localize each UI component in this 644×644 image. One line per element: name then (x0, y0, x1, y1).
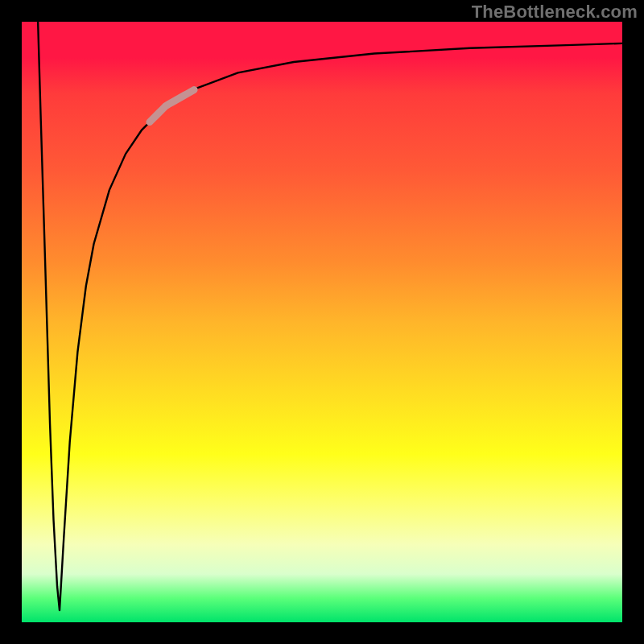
curve-layer (22, 22, 622, 622)
bottleneck-curve (38, 22, 622, 610)
chart-frame: TheBottleneck.com (0, 0, 644, 644)
curve-highlight-segment (150, 90, 194, 122)
watermark-text: TheBottleneck.com (472, 2, 638, 23)
